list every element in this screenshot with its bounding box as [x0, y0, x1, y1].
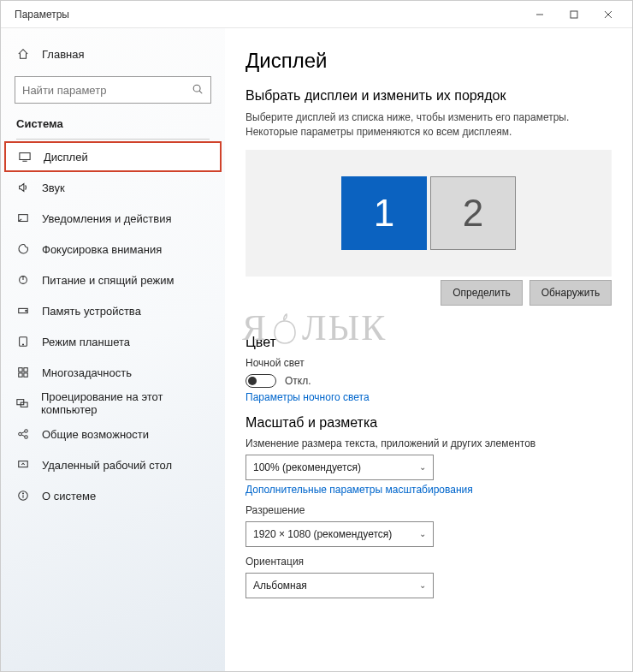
chevron-down-icon: ⌄: [419, 580, 426, 590]
svg-rect-17: [19, 373, 22, 377]
color-heading: Цвет: [246, 335, 612, 350]
sidebar-item-label: Уведомления и действия: [42, 212, 172, 225]
sidebar-group-label: Система: [4, 109, 222, 137]
svg-rect-26: [19, 461, 28, 467]
search-icon: [192, 83, 204, 98]
scale-value: 100% (рекомендуется): [253, 461, 361, 473]
sidebar-item-multitask[interactable]: Многозадачность: [4, 357, 222, 388]
sidebar-item-project[interactable]: Проецирование на этот компьютер: [4, 388, 222, 419]
multitask-icon: [16, 366, 30, 379]
shared-icon: [16, 427, 30, 441]
monitor-2[interactable]: 2: [430, 176, 516, 250]
display-icon: [18, 150, 32, 164]
svg-rect-18: [24, 373, 27, 377]
notifications-icon: [16, 211, 30, 225]
sidebar-item-shared[interactable]: Общие возможности: [4, 419, 222, 449]
sidebar-item-label: Память устройства: [42, 305, 141, 318]
sidebar-item-label: Фокусировка внимания: [42, 243, 162, 256]
search-input[interactable]: [22, 84, 192, 97]
monitor-1[interactable]: 1: [341, 176, 427, 250]
sidebar-item-label: Проецирование на этот компьютер: [41, 390, 210, 416]
resolution-label: Разрешение: [246, 504, 612, 516]
scale-dropdown[interactable]: 100% (рекомендуется) ⌄: [246, 455, 434, 480]
sidebar-item-display[interactable]: Дисплей: [4, 141, 222, 172]
sidebar-item-sound[interactable]: Звук: [4, 172, 222, 203]
sidebar-item-tablet[interactable]: Режим планшета: [4, 326, 222, 357]
sidebar-separator: [16, 139, 210, 140]
window-controls: [523, 1, 625, 28]
sidebar-item-focus[interactable]: Фокусировка внимания: [4, 234, 222, 265]
close-button[interactable]: [591, 1, 625, 28]
content-pane: Дисплей Выбрать дисплеи и изменить их по…: [225, 28, 632, 671]
scale-label: Изменение размера текста, приложений и д…: [246, 437, 612, 449]
chevron-down-icon: ⌄: [419, 529, 426, 538]
sidebar-item-remote[interactable]: Удаленный рабочий стол: [4, 449, 222, 480]
sidebar: Главная Система Дисплей Звук Ув: [1, 28, 225, 671]
svg-rect-6: [20, 153, 30, 160]
orientation-label: Ориентация: [246, 556, 612, 568]
maximize-button[interactable]: [557, 1, 591, 28]
sidebar-search[interactable]: [15, 76, 211, 104]
power-icon: [16, 273, 30, 287]
svg-line-25: [21, 435, 25, 437]
scale-heading: Масштаб и разметка: [246, 415, 612, 431]
sidebar-item-label: Удаленный рабочий стол: [42, 459, 172, 472]
project-icon: [16, 396, 29, 410]
sidebar-item-notifications[interactable]: Уведомления и действия: [4, 203, 222, 234]
sidebar-item-label: Дисплей: [44, 151, 88, 164]
window-title: Параметры: [8, 9, 69, 21]
sidebar-item-about[interactable]: О системе: [4, 480, 222, 511]
resolution-dropdown[interactable]: 1920 × 1080 (рекомендуется) ⌄: [246, 521, 434, 547]
sound-icon: [16, 181, 30, 194]
identify-button[interactable]: Определить: [441, 280, 523, 306]
detect-button[interactable]: Обнаружить: [529, 280, 612, 306]
resolution-value: 1920 × 1080 (рекомендуется): [253, 528, 392, 540]
storage-icon: [16, 304, 30, 318]
nightlight-state: Откл.: [285, 375, 311, 387]
arrange-heading: Выбрать дисплеи и изменить их порядок: [246, 88, 612, 104]
arrange-description: Выберите дисплей из списка ниже, чтобы и…: [246, 110, 612, 140]
titlebar: Параметры: [1, 1, 632, 28]
display-arrangement[interactable]: 1 2: [246, 150, 612, 277]
focus-icon: [16, 242, 30, 256]
svg-line-5: [199, 91, 202, 93]
svg-point-29: [23, 493, 24, 494]
sidebar-item-label: Многозадачность: [42, 366, 132, 379]
svg-point-4: [193, 85, 200, 92]
sidebar-item-power[interactable]: Питание и спящий режим: [4, 265, 222, 295]
nightlight-label: Ночной свет: [246, 357, 612, 369]
sidebar-item-label: Звук: [42, 181, 65, 194]
orientation-dropdown[interactable]: Альбомная ⌄: [246, 573, 434, 598]
svg-rect-1: [571, 11, 577, 18]
sidebar-item-label: О системе: [42, 490, 96, 503]
page-title: Дисплей: [246, 49, 612, 73]
svg-line-24: [21, 431, 25, 433]
sidebar-item-label: Питание и спящий режим: [42, 274, 174, 287]
svg-point-21: [19, 432, 22, 436]
svg-point-22: [25, 430, 28, 433]
sidebar-item-storage[interactable]: Память устройства: [4, 295, 222, 326]
home-icon: [16, 47, 30, 61]
svg-point-12: [26, 310, 27, 311]
sidebar-home-label: Главная: [42, 48, 84, 61]
svg-rect-15: [19, 368, 22, 372]
tablet-icon: [16, 335, 30, 348]
nightlight-settings-link[interactable]: Параметры ночного света: [246, 391, 612, 403]
sidebar-item-label: Общие возможности: [42, 428, 149, 441]
remote-icon: [16, 458, 30, 472]
chevron-down-icon: ⌄: [419, 462, 426, 472]
sidebar-item-label: Режим планшета: [42, 336, 130, 348]
sidebar-home[interactable]: Главная: [4, 39, 222, 69]
svg-point-23: [25, 436, 28, 439]
orientation-value: Альбомная: [253, 580, 307, 592]
svg-rect-16: [24, 368, 27, 372]
svg-point-14: [22, 344, 23, 345]
about-icon: [16, 489, 30, 503]
minimize-button[interactable]: [523, 1, 557, 28]
advanced-scale-link[interactable]: Дополнительные параметры масштабирования: [246, 484, 612, 496]
nightlight-toggle[interactable]: [246, 374, 276, 388]
